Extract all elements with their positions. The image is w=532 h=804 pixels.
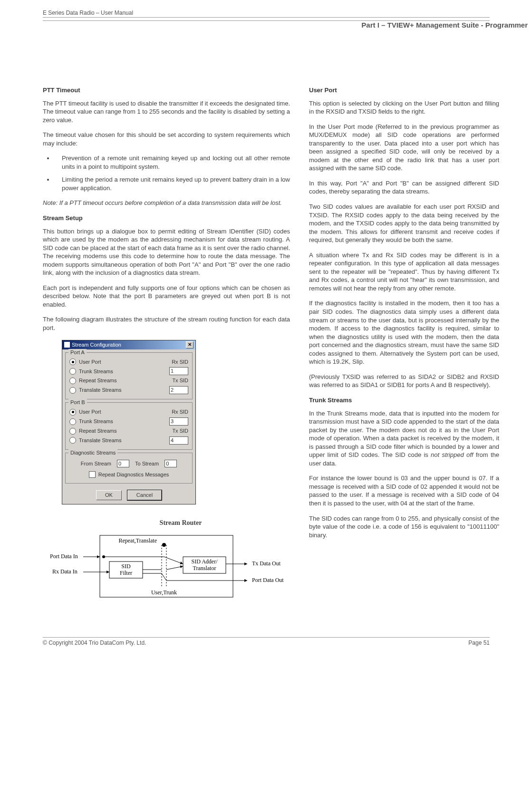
svg-text:Repeat,Translate: Repeat,Translate <box>118 537 157 544</box>
dialog-title: Stream Configuration <box>72 341 121 349</box>
paragraph: The following diagram illustrates the st… <box>43 315 290 332</box>
paragraph: In the User Port mode (Referred to in th… <box>309 123 499 173</box>
radio-label: User Port <box>79 408 101 416</box>
paragraph: A situation where Tx and Rx SID codes ma… <box>309 251 499 293</box>
svg-line-23 <box>162 573 166 581</box>
tx-sid-label-a: Tx SID <box>172 377 188 384</box>
repeat-diagnostics-checkbox[interactable] <box>89 471 96 478</box>
dialog-icon <box>64 342 70 348</box>
router-title: Stream Router <box>71 519 290 528</box>
port-b-legend: Port B <box>68 399 87 406</box>
ok-button[interactable]: OK <box>96 490 122 500</box>
page-number: Page 51 <box>468 639 490 646</box>
from-stream-label: From Stream <box>81 460 111 467</box>
heading-user-port: User Port <box>309 86 499 95</box>
svg-line-16 <box>164 557 183 564</box>
paragraph: This button brings up a dialogue box to … <box>43 227 290 277</box>
rx-sid-label-a: Rx SID <box>172 358 188 366</box>
svg-text:SID: SID <box>121 563 131 570</box>
note-paragraph: Note: If a PTT timeout occurs before com… <box>43 199 290 207</box>
svg-text:Rx Data In: Rx Data In <box>52 568 77 575</box>
stream-router-diagram: Stream Router SID Filter SID Add <box>43 519 290 604</box>
port-b-group: Port B User Port Rx SID Trunk Stream <box>65 402 193 450</box>
radio-label: Trunk Streams <box>79 368 113 375</box>
svg-text:Translator: Translator <box>193 565 216 572</box>
tx-sid-label-b: Tx SID <box>172 427 188 435</box>
paragraph: This option is selected by clicking on t… <box>309 99 499 116</box>
radio-trunk-streams-a[interactable] <box>69 368 76 375</box>
radio-label: User Port <box>79 358 101 366</box>
cancel-button[interactable]: Cancel <box>127 490 162 500</box>
tx-sid-input-b[interactable]: 4 <box>169 436 188 445</box>
diagnostic-streams-group: Diagnostic Streams From Stream 0 To Stre… <box>65 453 193 484</box>
heading-trunk-streams: Trunk Streams <box>309 396 499 405</box>
svg-text:Tx Data Out: Tx Data Out <box>252 560 281 567</box>
svg-text:Filter: Filter <box>120 570 132 576</box>
repeat-diagnostics-label: Repeat Diagnostics Messages <box>98 471 169 478</box>
radio-trunk-streams-b[interactable] <box>69 418 76 425</box>
rx-sid-label-b: Rx SID <box>172 408 188 416</box>
radio-repeat-streams-b[interactable] <box>69 428 76 435</box>
paragraph: In the Trunk Streams mode, data that is … <box>309 409 499 468</box>
port-a-group: Port A User Port Rx SID Trunk Stream <box>65 352 193 400</box>
left-column: PTT Timeout The PTT timeout facility is … <box>43 86 290 604</box>
svg-text:User,Trunk: User,Trunk <box>151 589 177 596</box>
stream-configuration-dialog: Stream Configuration ✕ Port A User Port <box>62 340 196 504</box>
radio-repeat-streams-a[interactable] <box>69 378 76 384</box>
tx-sid-input-a[interactable]: 2 <box>169 386 188 394</box>
section-title: Part I – TVIEW+ Management Suite - Progr… <box>43 21 528 29</box>
paragraph: The PTT timeout facility is used to disa… <box>43 99 290 125</box>
radio-translate-streams-b[interactable] <box>69 437 76 444</box>
svg-text:SID Adder/: SID Adder/ <box>192 558 218 565</box>
paragraph: The SID codes can range from 0 to 255, a… <box>309 514 499 540</box>
svg-text:Port Data In: Port Data In <box>50 553 78 560</box>
diag-legend: Diagnostic Streams <box>68 449 117 456</box>
bullet: Limiting the period a remote unit remain… <box>54 175 290 192</box>
radio-label: Repeat Streams <box>79 377 116 384</box>
radio-label: Translate Streams <box>79 437 121 444</box>
paragraph: For instance the lower bound is 03 and t… <box>309 474 499 507</box>
close-icon[interactable]: ✕ <box>186 341 193 349</box>
to-stream-label: To Stream <box>135 460 159 467</box>
bullet: Prevention of a remote unit remaining ke… <box>54 154 290 171</box>
manual-header: E Series Data Radio – User Manual <box>43 10 490 18</box>
radio-label: Repeat Streams <box>79 427 116 435</box>
copyright: © Copyright 2004 Trio DataCom Pty. Ltd. <box>43 639 146 646</box>
radio-label: Trunk Streams <box>79 418 113 425</box>
port-a-legend: Port A <box>68 349 87 356</box>
svg-point-10 <box>162 543 166 547</box>
heading-ptt-timeout: PTT Timeout <box>43 86 290 95</box>
radio-translate-streams-a[interactable] <box>69 387 76 394</box>
to-stream-input[interactable]: 0 <box>164 460 177 467</box>
paragraph: If the diagnostics facility is installed… <box>309 299 499 366</box>
radio-user-port-b[interactable] <box>69 409 76 416</box>
paragraph: In this way, Port "A" and Port "B" can b… <box>309 179 499 196</box>
right-column: User Port This option is selected by cli… <box>309 86 499 604</box>
radio-label: Translate Streams <box>79 387 121 394</box>
svg-line-20 <box>166 566 183 570</box>
rx-sid-input-b[interactable]: 3 <box>169 417 188 426</box>
paragraph: The timeout value chosen for this should… <box>43 131 290 147</box>
svg-text:Port Data Out: Port Data Out <box>252 577 284 583</box>
paragraph: Each port is independent and fully suppo… <box>43 284 290 309</box>
paragraph: Two SID codes values are available for e… <box>309 203 499 244</box>
rx-sid-input-a[interactable]: 1 <box>169 367 188 375</box>
radio-user-port-a[interactable] <box>69 358 76 365</box>
from-stream-input[interactable]: 0 <box>117 460 129 467</box>
heading-stream-setup: Stream Setup <box>43 214 290 223</box>
paragraph: (Previously TXSID was referred to as SID… <box>309 373 499 389</box>
